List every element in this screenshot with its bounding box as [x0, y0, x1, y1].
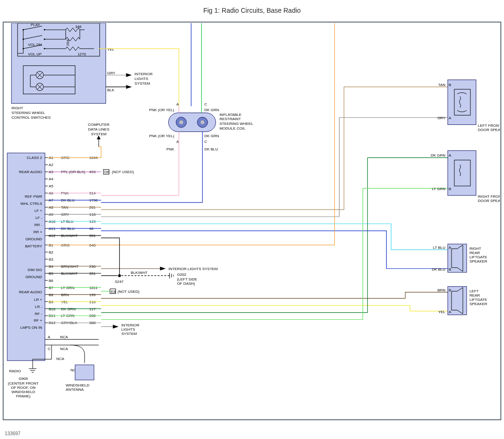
figure-title: Fig 1: Radio Circuits, Base Radio	[0, 0, 504, 19]
svg-text:GROUND: GROUND	[26, 275, 43, 279]
antenna-label: WINDSHIELDANTENNA	[66, 383, 89, 392]
svg-text:B: B	[449, 187, 451, 191]
coil-bot-dkgrn: DK GRN	[204, 134, 219, 138]
svg-text:GROUND: GROUND	[26, 237, 43, 241]
svg-text:C: C	[204, 140, 207, 144]
svg-point-162	[118, 274, 121, 277]
svg-text:RF +: RF +	[34, 318, 43, 323]
g909: G909	[18, 377, 28, 381]
blkwht-lbl: BLK/WHT	[131, 271, 148, 275]
b4-interior-lights: INTERIOR LIGHTS SYSTEM	[168, 267, 217, 271]
svg-text:NCA: NCA	[60, 347, 69, 351]
svg-text:A: A	[449, 246, 452, 250]
svg-marker-27	[126, 73, 132, 77]
svg-text:DIM SIG: DIM SIG	[27, 268, 42, 272]
svg-text:C: C	[48, 347, 51, 351]
svg-text:A: A	[449, 310, 452, 314]
a3-not-used: (NOT USED)	[112, 170, 134, 174]
r-348: 348	[75, 25, 82, 29]
coil-dkblu2: DK BLU	[204, 147, 218, 151]
svg-text:BATTERY: BATTERY	[25, 244, 43, 248]
lbl-blk-sw: BLK	[107, 88, 115, 92]
svg-rect-187	[448, 150, 476, 195]
steering-module-box	[11, 23, 106, 104]
svg-text:NCA: NCA	[56, 357, 65, 361]
lbl-gry-sw: GRY	[107, 71, 116, 75]
g909-loc: (CENTER FRONTOF ROOF, ONWINDSHIELDFRAME)	[8, 381, 39, 398]
svg-text:DK GRN: DK GRN	[431, 153, 445, 158]
svg-text:LT GRN: LT GRN	[432, 187, 446, 191]
svg-text:A: A	[48, 335, 51, 339]
diagram-frame: PLAY VOL DN VOL UP 348 294 1270 YEL GRY …	[3, 22, 501, 420]
svg-point-30	[179, 121, 183, 124]
lbl-yel: YEL	[107, 47, 115, 52]
computer-data-lines-label: COMPUTERDATA LINESSYSTEM	[88, 123, 110, 136]
svg-text:GRY: GRY	[437, 116, 446, 121]
coil-bot-pnk: PNK (OR YEL)	[149, 134, 174, 138]
svg-text:RR -: RR -	[35, 223, 43, 227]
svg-text:YEL: YEL	[438, 310, 446, 314]
svg-text:DK BLU: DK BLU	[432, 267, 445, 272]
radio-label: RADIO	[9, 369, 21, 373]
g202-loc: (LEFT SIDEOF DASH)	[177, 277, 197, 286]
b7-not-used: (NOT USED)	[118, 290, 140, 294]
antenna-box	[75, 365, 94, 380]
svg-marker-161	[160, 267, 165, 271]
svg-text:LF +: LF +	[35, 209, 43, 213]
svg-text:E8: E8	[111, 290, 116, 294]
svg-text:D6: D6	[104, 170, 110, 174]
svg-text:RIGHTREARLIFTGATESPEAKER: RIGHTREARLIFTGATESPEAKER	[469, 246, 487, 263]
svg-text:A2: A2	[49, 163, 53, 167]
svg-text:B6: B6	[49, 279, 53, 283]
coil-module	[168, 113, 216, 132]
wiring-diagram-svg: PLAY VOL DN VOL UP 348 294 1270 YEL GRY …	[4, 23, 500, 419]
sw-play: PLAY	[31, 23, 40, 27]
r-294: 294	[66, 39, 70, 46]
coil-top-dkgrn: DK GRN	[204, 108, 219, 112]
diagram-canvas: PLAY VOL DN VOL UP 348 294 1270 YEL GRY …	[4, 23, 500, 419]
svg-text:A4: A4	[49, 177, 53, 181]
interior-lights-from-steering: INTERIORLIGHTSSYSTEM	[135, 72, 153, 86]
svg-text:B: B	[449, 83, 451, 87]
svg-text:WHL CTRLS: WHL CTRLS	[20, 202, 42, 206]
svg-text:LR -: LR -	[35, 305, 42, 309]
coil-top-pnk: PNK (OR YEL)	[149, 108, 174, 112]
svg-text:LEFTREARLIFTGATESPEAKER: LEFTREARLIFTGATESPEAKER	[469, 289, 487, 306]
svg-text:B3: B3	[49, 257, 53, 262]
svg-text:A: A	[449, 153, 452, 158]
r-1270: 1270	[78, 52, 86, 56]
svg-point-32	[200, 121, 204, 124]
svg-text:LT BLU: LT BLU	[433, 246, 446, 250]
svg-text:LR +: LR +	[34, 298, 42, 302]
coil-pnk2: PNK	[166, 147, 174, 151]
footer-id: 133697	[5, 431, 20, 436]
svg-text:RIGHT FRONTDOOR SPEAKER: RIGHT FRONTDOOR SPEAKER	[478, 194, 500, 203]
svg-text:REAR AUDIO: REAR AUDIO	[19, 170, 42, 174]
svg-text:A: A	[449, 116, 452, 121]
svg-text:A5: A5	[49, 184, 53, 188]
svg-marker-168	[113, 325, 119, 328]
svg-text:NCA: NCA	[60, 335, 69, 339]
pin-rows: A1ORG1044A2A3PPL (OR BLK)493A4A5A6PNK314…	[45, 156, 101, 325]
svg-text:B: B	[449, 288, 451, 292]
svg-text:REAR AUDIO: REAR AUDIO	[19, 290, 42, 294]
svg-text:LF -: LF -	[35, 216, 43, 220]
g202: G202	[177, 272, 186, 277]
svg-text:CLASS 2: CLASS 2	[26, 156, 42, 160]
svg-text:REF PWR: REF PWR	[25, 194, 42, 199]
svg-text:B: B	[449, 267, 451, 272]
svg-text:BRN: BRN	[437, 288, 445, 292]
svg-text:B2: B2	[49, 250, 53, 255]
svg-text:TAN: TAN	[438, 83, 446, 87]
svg-text:RR +: RR +	[34, 230, 43, 234]
coil-label: INFLATABLERESTRAINTSTEERING WHEELMODULE …	[219, 113, 253, 131]
svg-marker-28	[126, 85, 132, 89]
sw-volup: VOL UP	[28, 52, 42, 56]
svg-text:A: A	[176, 102, 179, 106]
svg-text:RF -: RF -	[35, 312, 43, 316]
svg-rect-180	[448, 80, 476, 125]
svg-text:LMPS ON IN: LMPS ON IN	[20, 325, 42, 330]
steering-component-label: RIGHTSTEERING WHEELCONTROL SWITCHES	[11, 106, 51, 120]
b12-interior: INTERIORLIGHTSSYSTEM	[122, 323, 139, 336]
svg-text:C: C	[204, 102, 207, 106]
